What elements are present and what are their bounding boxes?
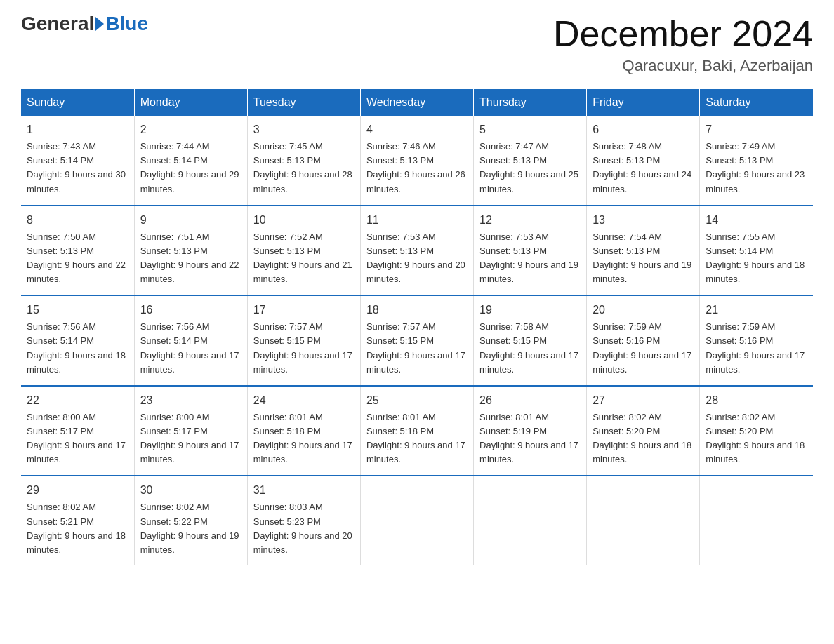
day-info: Sunrise: 7:52 AMSunset: 5:13 PMDaylight:… bbox=[253, 232, 352, 284]
table-row: 30Sunrise: 8:02 AMSunset: 5:22 PMDayligh… bbox=[134, 476, 247, 565]
table-row: 22Sunrise: 8:00 AMSunset: 5:17 PMDayligh… bbox=[21, 386, 134, 476]
header-row: Sunday Monday Tuesday Wednesday Thursday… bbox=[21, 89, 813, 116]
col-thursday: Thursday bbox=[474, 89, 587, 116]
day-number: 14 bbox=[706, 212, 807, 229]
table-row: 20Sunrise: 7:59 AMSunset: 5:16 PMDayligh… bbox=[587, 295, 700, 386]
table-row: 25Sunrise: 8:01 AMSunset: 5:18 PMDayligh… bbox=[360, 386, 473, 476]
table-row: 29Sunrise: 8:02 AMSunset: 5:21 PMDayligh… bbox=[21, 476, 134, 565]
day-info: Sunrise: 7:53 AMSunset: 5:13 PMDaylight:… bbox=[479, 232, 578, 284]
col-sunday: Sunday bbox=[21, 89, 134, 116]
day-number: 29 bbox=[27, 482, 128, 499]
table-row bbox=[587, 476, 700, 565]
location-subtitle: Qaracuxur, Baki, Azerbaijan bbox=[553, 57, 813, 75]
table-row: 24Sunrise: 8:01 AMSunset: 5:18 PMDayligh… bbox=[247, 386, 360, 476]
calendar-week-row: 15Sunrise: 7:56 AMSunset: 5:14 PMDayligh… bbox=[21, 295, 813, 386]
table-row: 8Sunrise: 7:50 AMSunset: 5:13 PMDaylight… bbox=[21, 206, 134, 296]
table-row: 2Sunrise: 7:44 AMSunset: 5:14 PMDaylight… bbox=[134, 116, 247, 206]
day-number: 7 bbox=[706, 121, 807, 138]
day-number: 31 bbox=[253, 482, 355, 499]
table-row bbox=[360, 476, 473, 565]
table-row: 31Sunrise: 8:03 AMSunset: 5:23 PMDayligh… bbox=[247, 476, 360, 565]
day-info: Sunrise: 7:56 AMSunset: 5:14 PMDaylight:… bbox=[140, 321, 239, 374]
table-row: 1Sunrise: 7:43 AMSunset: 5:14 PMDaylight… bbox=[21, 116, 134, 206]
table-row: 6Sunrise: 7:48 AMSunset: 5:13 PMDaylight… bbox=[587, 116, 700, 206]
day-info: Sunrise: 7:45 AMSunset: 5:13 PMDaylight:… bbox=[253, 141, 352, 194]
day-number: 4 bbox=[366, 121, 468, 138]
logo-general-text: General bbox=[21, 14, 94, 34]
day-number: 28 bbox=[706, 392, 807, 409]
table-row: 13Sunrise: 7:54 AMSunset: 5:13 PMDayligh… bbox=[587, 206, 700, 296]
table-row: 15Sunrise: 7:56 AMSunset: 5:14 PMDayligh… bbox=[21, 295, 134, 386]
table-row: 26Sunrise: 8:01 AMSunset: 5:19 PMDayligh… bbox=[474, 386, 587, 476]
day-info: Sunrise: 8:01 AMSunset: 5:19 PMDaylight:… bbox=[479, 412, 578, 464]
day-info: Sunrise: 7:57 AMSunset: 5:15 PMDaylight:… bbox=[366, 321, 465, 374]
table-row: 12Sunrise: 7:53 AMSunset: 5:13 PMDayligh… bbox=[474, 206, 587, 296]
day-number: 10 bbox=[253, 212, 355, 229]
table-row bbox=[474, 476, 587, 565]
day-info: Sunrise: 7:56 AMSunset: 5:14 PMDaylight:… bbox=[27, 321, 126, 374]
day-info: Sunrise: 8:02 AMSunset: 5:21 PMDaylight:… bbox=[27, 502, 126, 554]
col-wednesday: Wednesday bbox=[360, 89, 473, 116]
day-number: 3 bbox=[253, 121, 355, 138]
table-row: 19Sunrise: 7:58 AMSunset: 5:15 PMDayligh… bbox=[474, 295, 587, 386]
day-number: 30 bbox=[140, 482, 241, 499]
day-info: Sunrise: 8:01 AMSunset: 5:18 PMDaylight:… bbox=[366, 412, 465, 464]
col-saturday: Saturday bbox=[700, 89, 813, 116]
day-number: 26 bbox=[479, 392, 581, 409]
day-info: Sunrise: 7:54 AMSunset: 5:13 PMDaylight:… bbox=[593, 232, 691, 284]
col-friday: Friday bbox=[587, 89, 700, 116]
table-row: 27Sunrise: 8:02 AMSunset: 5:20 PMDayligh… bbox=[587, 386, 700, 476]
day-number: 24 bbox=[253, 392, 355, 409]
title-area: December 2024 Qaracuxur, Baki, Azerbaija… bbox=[553, 14, 813, 75]
day-info: Sunrise: 8:02 AMSunset: 5:20 PMDaylight:… bbox=[593, 412, 691, 464]
day-number: 12 bbox=[479, 212, 581, 229]
table-row: 7Sunrise: 7:49 AMSunset: 5:13 PMDaylight… bbox=[700, 116, 813, 206]
col-tuesday: Tuesday bbox=[247, 89, 360, 116]
table-row: 4Sunrise: 7:46 AMSunset: 5:13 PMDaylight… bbox=[360, 116, 473, 206]
day-number: 2 bbox=[140, 121, 241, 138]
month-title: December 2024 bbox=[553, 14, 813, 54]
day-info: Sunrise: 7:58 AMSunset: 5:15 PMDaylight:… bbox=[479, 321, 578, 374]
calendar-week-row: 8Sunrise: 7:50 AMSunset: 5:13 PMDaylight… bbox=[21, 206, 813, 296]
day-number: 21 bbox=[706, 302, 807, 318]
day-info: Sunrise: 7:59 AMSunset: 5:16 PMDaylight:… bbox=[706, 321, 805, 374]
day-info: Sunrise: 8:00 AMSunset: 5:17 PMDaylight:… bbox=[27, 412, 126, 464]
day-number: 20 bbox=[593, 302, 694, 318]
col-monday: Monday bbox=[134, 89, 247, 116]
calendar-week-row: 1Sunrise: 7:43 AMSunset: 5:14 PMDaylight… bbox=[21, 116, 813, 206]
day-info: Sunrise: 7:55 AMSunset: 5:14 PMDaylight:… bbox=[706, 232, 805, 284]
day-info: Sunrise: 8:00 AMSunset: 5:17 PMDaylight:… bbox=[140, 412, 239, 464]
logo: General Blue bbox=[21, 14, 148, 34]
day-info: Sunrise: 8:01 AMSunset: 5:18 PMDaylight:… bbox=[253, 412, 352, 464]
day-number: 15 bbox=[27, 302, 128, 318]
day-info: Sunrise: 7:59 AMSunset: 5:16 PMDaylight:… bbox=[593, 321, 691, 374]
day-info: Sunrise: 7:43 AMSunset: 5:14 PMDaylight:… bbox=[27, 141, 126, 194]
table-row: 16Sunrise: 7:56 AMSunset: 5:14 PMDayligh… bbox=[134, 295, 247, 386]
table-row: 14Sunrise: 7:55 AMSunset: 5:14 PMDayligh… bbox=[700, 206, 813, 296]
calendar-week-row: 22Sunrise: 8:00 AMSunset: 5:17 PMDayligh… bbox=[21, 386, 813, 476]
day-info: Sunrise: 8:03 AMSunset: 5:23 PMDaylight:… bbox=[253, 502, 352, 554]
day-number: 19 bbox=[479, 302, 581, 318]
day-number: 9 bbox=[140, 212, 241, 229]
table-row: 23Sunrise: 8:00 AMSunset: 5:17 PMDayligh… bbox=[134, 386, 247, 476]
day-number: 6 bbox=[593, 121, 694, 138]
day-number: 25 bbox=[366, 392, 468, 409]
day-number: 5 bbox=[479, 121, 581, 138]
table-row: 21Sunrise: 7:59 AMSunset: 5:16 PMDayligh… bbox=[700, 295, 813, 386]
day-info: Sunrise: 7:44 AMSunset: 5:14 PMDaylight:… bbox=[140, 141, 239, 194]
day-number: 23 bbox=[140, 392, 241, 409]
table-row: 17Sunrise: 7:57 AMSunset: 5:15 PMDayligh… bbox=[247, 295, 360, 386]
table-row bbox=[700, 476, 813, 565]
day-number: 8 bbox=[27, 212, 128, 229]
table-row: 28Sunrise: 8:02 AMSunset: 5:20 PMDayligh… bbox=[700, 386, 813, 476]
day-info: Sunrise: 7:53 AMSunset: 5:13 PMDaylight:… bbox=[366, 232, 465, 284]
day-number: 27 bbox=[593, 392, 694, 409]
day-number: 16 bbox=[140, 302, 241, 318]
day-info: Sunrise: 7:47 AMSunset: 5:13 PMDaylight:… bbox=[479, 141, 578, 194]
table-row: 11Sunrise: 7:53 AMSunset: 5:13 PMDayligh… bbox=[360, 206, 473, 296]
day-info: Sunrise: 7:49 AMSunset: 5:13 PMDaylight:… bbox=[706, 141, 805, 194]
table-row: 3Sunrise: 7:45 AMSunset: 5:13 PMDaylight… bbox=[247, 116, 360, 206]
day-number: 18 bbox=[366, 302, 468, 318]
day-info: Sunrise: 8:02 AMSunset: 5:22 PMDaylight:… bbox=[140, 502, 239, 554]
day-info: Sunrise: 7:51 AMSunset: 5:13 PMDaylight:… bbox=[140, 232, 239, 284]
